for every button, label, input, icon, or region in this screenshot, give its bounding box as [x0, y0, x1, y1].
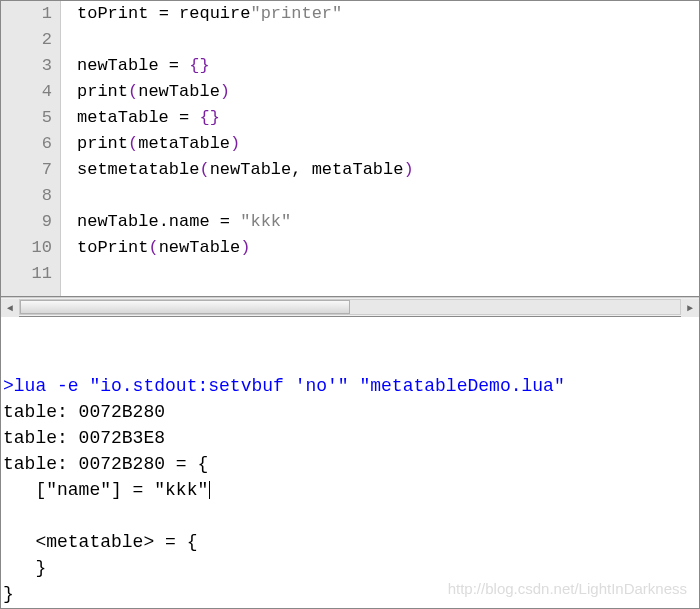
token-ident: newTable: [159, 238, 241, 257]
output-line: [3, 503, 697, 529]
output-text: >lua -e "io.stdout:setvbuf 'no'" "metata…: [3, 376, 565, 396]
token-ident: newTable: [77, 212, 159, 231]
token-func: print: [77, 134, 128, 153]
code-line[interactable]: [77, 183, 699, 209]
output-text: table: 0072B280 = {: [3, 454, 208, 474]
output-text: }: [3, 584, 14, 604]
code-line[interactable]: newTable = {}: [77, 53, 699, 79]
token-string: "kkk": [240, 212, 291, 231]
output-line: >lua -e "io.stdout:setvbuf 'no'" "metata…: [3, 373, 697, 399]
code-line[interactable]: print(metaTable): [77, 131, 699, 157]
token-brace: (: [128, 82, 138, 101]
line-number: 4: [1, 79, 52, 105]
scroll-track[interactable]: [19, 299, 681, 315]
token-string: "printer": [250, 4, 342, 23]
token-brace: (: [199, 160, 209, 179]
code-line[interactable]: toPrint = require"printer": [77, 1, 699, 27]
token-brace: {}: [199, 108, 219, 127]
token-ident: newTable: [138, 82, 220, 101]
line-number-gutter: 1234567891011: [1, 1, 61, 296]
code-editor-panel: 1234567891011 toPrint = require"printer"…: [1, 1, 699, 297]
token-op: =: [169, 56, 189, 75]
code-line[interactable]: print(newTable): [77, 79, 699, 105]
token-ident: toPrint: [77, 4, 159, 23]
horizontal-scrollbar[interactable]: ◄ ►: [1, 297, 699, 317]
token-ident: newTable: [210, 160, 292, 179]
output-line: table: 0072B3E8: [3, 425, 697, 451]
token-op: =: [179, 108, 199, 127]
output-text: <metatable> = {: [3, 532, 197, 552]
line-number: 2: [1, 27, 52, 53]
output-line: ["name"] = "kkk": [3, 477, 697, 503]
line-number: 10: [1, 235, 52, 261]
line-number: 7: [1, 157, 52, 183]
token-ident: newTable: [77, 56, 169, 75]
code-line[interactable]: setmetatable(newTable, metaTable): [77, 157, 699, 183]
line-number: 3: [1, 53, 52, 79]
token-op: =: [220, 212, 240, 231]
token-op: .: [159, 212, 169, 231]
token-brace: {}: [189, 56, 209, 75]
token-op: ,: [291, 160, 311, 179]
output-text: }: [3, 558, 46, 578]
code-area[interactable]: toPrint = require"printer"newTable = {}p…: [61, 1, 699, 296]
token-ident: name: [169, 212, 220, 231]
scroll-right-arrow[interactable]: ►: [681, 299, 699, 317]
token-brace: ): [403, 160, 413, 179]
line-number: 9: [1, 209, 52, 235]
output-panel: >lua -e "io.stdout:setvbuf 'no'" "metata…: [1, 317, 699, 609]
token-ident: metaTable: [138, 134, 230, 153]
token-func: setmetatable: [77, 160, 199, 179]
output-text: ["name"] = "kkk": [3, 480, 208, 500]
token-ident: metaTable: [77, 108, 179, 127]
output-line: table: 0072B280 = {: [3, 451, 697, 477]
code-line[interactable]: metaTable = {}: [77, 105, 699, 131]
output-line: <metatable> = {: [3, 529, 697, 555]
code-line[interactable]: toPrint(newTable): [77, 235, 699, 261]
line-number: 11: [1, 261, 52, 287]
line-number: 8: [1, 183, 52, 209]
scroll-thumb[interactable]: [20, 300, 350, 314]
scroll-left-arrow[interactable]: ◄: [1, 299, 19, 317]
output-text: table: 0072B3E8: [3, 428, 165, 448]
line-number: 6: [1, 131, 52, 157]
token-func: print: [77, 82, 128, 101]
code-line[interactable]: [77, 261, 699, 287]
token-brace: ): [220, 82, 230, 101]
token-ident: metaTable: [312, 160, 404, 179]
token-brace: (: [128, 134, 138, 153]
code-line[interactable]: [77, 27, 699, 53]
line-number: 5: [1, 105, 52, 131]
token-brace: ): [230, 134, 240, 153]
token-func: require: [179, 4, 250, 23]
text-cursor: [209, 481, 210, 499]
token-brace: (: [148, 238, 158, 257]
output-text: table: 0072B280: [3, 402, 165, 422]
token-op: =: [159, 4, 179, 23]
code-line[interactable]: newTable.name = "kkk": [77, 209, 699, 235]
token-func: toPrint: [77, 238, 148, 257]
output-line: table: 0072B280: [3, 399, 697, 425]
token-brace: ): [240, 238, 250, 257]
watermark-text: http://blog.csdn.net/LightInDarkness: [448, 576, 687, 602]
line-number: 1: [1, 1, 52, 27]
